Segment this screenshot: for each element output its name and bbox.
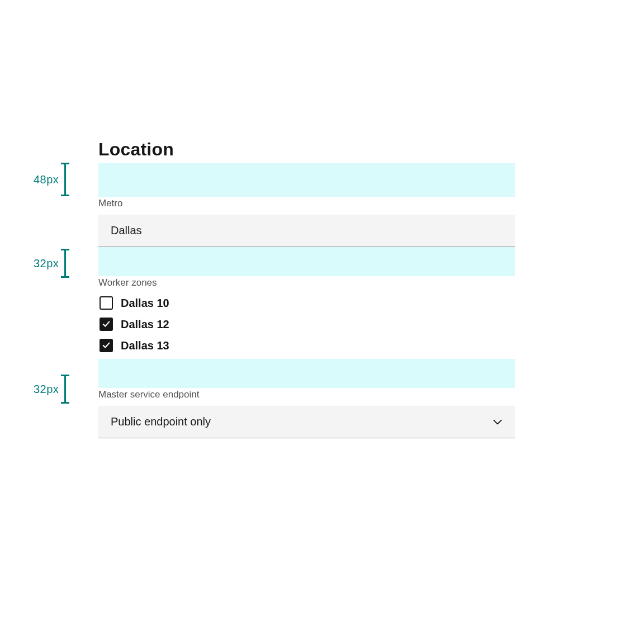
- metro-label: Metro: [98, 198, 515, 209]
- location-form: Location Metro Dallas Worker zones Dalla…: [98, 139, 515, 438]
- section-heading: Location: [98, 139, 515, 160]
- zone-label: Dallas 13: [121, 339, 169, 352]
- zone-label: Dallas 12: [121, 318, 169, 331]
- endpoint-select[interactable]: Public endpoint only: [98, 406, 515, 438]
- metro-select[interactable]: Dallas: [98, 215, 515, 247]
- spacer-block: [98, 163, 515, 197]
- zone-checkbox-row[interactable]: Dallas 12: [100, 318, 515, 331]
- spacer-block: [98, 359, 515, 388]
- worker-zones-group: Dallas 10 Dallas 12 Dallas 13: [100, 296, 515, 352]
- spacing-bar-icon: [64, 249, 66, 278]
- checkbox-unchecked-icon[interactable]: [100, 296, 113, 310]
- zone-checkbox-row[interactable]: Dallas 10: [100, 296, 515, 310]
- worker-zones-label: Worker zones: [98, 277, 515, 288]
- spacing-annotation-32-b: 32px: [34, 375, 66, 404]
- spacing-bar-icon: [64, 375, 66, 404]
- checkbox-checked-icon[interactable]: [100, 318, 113, 331]
- spacing-value: 48px: [34, 173, 59, 186]
- endpoint-select-value: Public endpoint only: [111, 415, 211, 428]
- chevron-down-icon: [493, 417, 503, 427]
- spacing-annotation-32-a: 32px: [34, 249, 66, 278]
- spacing-value: 32px: [34, 383, 59, 396]
- checkbox-checked-icon[interactable]: [100, 339, 113, 352]
- metro-select-value: Dallas: [111, 224, 142, 237]
- zone-label: Dallas 10: [121, 297, 169, 310]
- spacing-bar-icon: [64, 163, 66, 196]
- master-endpoint-label: Master service endpoint: [98, 389, 515, 400]
- zone-checkbox-row[interactable]: Dallas 13: [100, 339, 515, 352]
- spacing-value: 32px: [34, 257, 59, 270]
- spacer-block: [98, 247, 515, 276]
- spacing-annotation-48: 48px: [34, 163, 66, 196]
